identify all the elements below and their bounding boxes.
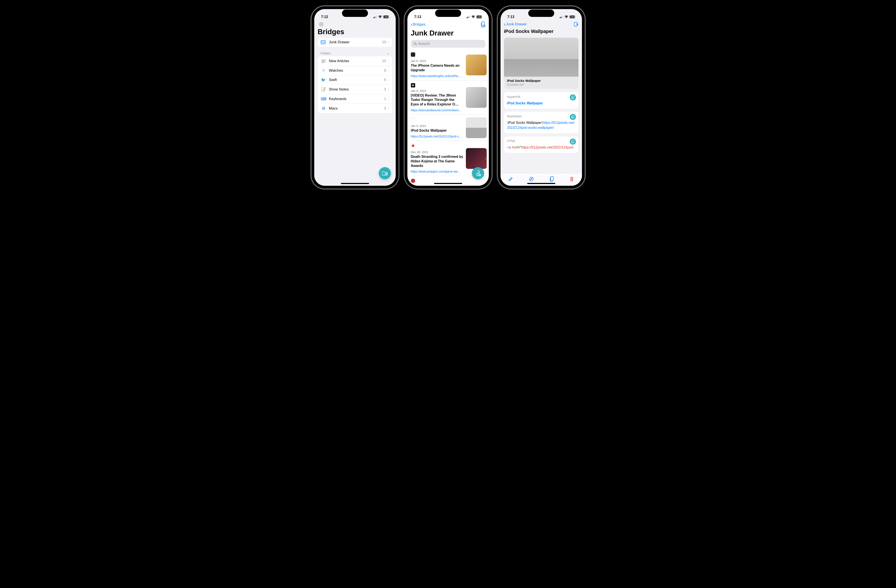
svg-point-4	[320, 23, 323, 26]
safari-button[interactable]	[529, 177, 534, 181]
search-input[interactable]: Search	[411, 40, 485, 48]
back-button[interactable]: ‹ Junk Drawer	[504, 22, 527, 27]
folder-count: 3	[384, 87, 386, 91]
markdown-block: Markdown [iPod Socks Wallpaper]https://5…	[504, 112, 579, 133]
copy-markdown-button[interactable]	[570, 114, 576, 120]
folder-row[interactable]: ⌚︎Watches8›	[318, 66, 392, 75]
phone-frame-3: 7:13 100 ‹ Junk Drawer iPod Socks Wallpa…	[498, 6, 585, 188]
battery-icon: 100	[383, 15, 389, 18]
status-icons: 100	[466, 15, 482, 18]
article-row[interactable]: Jan 4, 2023iPod Socks Wallpaperhttps://5…	[411, 115, 489, 141]
article-title: [VIDEO] Review: The 39mm Tudor Ranger Th…	[411, 93, 463, 107]
chevron-down-icon: ⌄	[387, 52, 389, 55]
copy-all-button[interactable]	[481, 22, 485, 27]
add-link-button[interactable]	[472, 167, 484, 179]
folder-row[interactable]: 📰New Articles10›	[318, 56, 392, 66]
folder-row[interactable]: 🖥Macs3›	[318, 104, 392, 113]
search-icon	[413, 42, 417, 46]
favicon	[411, 52, 415, 57]
articles-list: Jan 6, 2023The iPhone Camera Needs an Up…	[407, 50, 489, 186]
wifi-icon	[378, 15, 382, 18]
article-thumbnail	[466, 117, 487, 138]
home-indicator[interactable]	[341, 183, 369, 184]
hero-card[interactable]: iPod Socks Wallpaper 512pixels.net	[504, 38, 579, 89]
article-date: Jan 6, 2023	[411, 89, 463, 93]
folder-row[interactable]: 🐦Swift6›	[318, 75, 392, 85]
hyperlink-value[interactable]: iPod Socks Wallpaper	[507, 101, 576, 106]
folder-count: 3	[384, 106, 386, 111]
article-thumbnail	[466, 87, 487, 108]
page-title: iPod Socks Wallpaper	[501, 28, 582, 36]
status-icons: 100	[560, 15, 575, 18]
new-folder-button[interactable]	[379, 167, 391, 179]
open-externally-button[interactable]	[574, 22, 579, 27]
page-title: Junk Drawer	[407, 28, 489, 39]
hero-title: iPod Socks Wallpaper	[507, 79, 576, 82]
dynamic-island	[435, 9, 461, 17]
folder-label: Show Notes	[329, 87, 381, 91]
folder-label: Swift	[329, 78, 381, 82]
article-date: Jan 4, 2023	[411, 124, 463, 128]
wifi-icon	[471, 15, 475, 18]
chevron-right-icon: ›	[485, 156, 486, 160]
article-row[interactable]: Jan 6, 2023The iPhone Camera Needs an Up…	[411, 50, 489, 81]
dynamic-island	[528, 9, 554, 17]
svg-rect-8	[466, 17, 467, 18]
chevron-left-icon: ‹	[504, 22, 506, 27]
folder-label: New Articles	[329, 59, 379, 63]
svg-rect-17	[561, 17, 561, 18]
phone-frame-1: 7:12 100 Bridges J	[312, 6, 398, 188]
edit-button[interactable]	[508, 177, 513, 181]
article-url: https://www.polygon.com/game-aw…	[411, 170, 463, 173]
folder-icon: 📰	[321, 59, 326, 64]
chevron-right-icon: ›	[388, 97, 389, 101]
inbox-count: 10	[382, 40, 386, 44]
inbox-icon	[321, 40, 326, 44]
folder-icon: ⌨︎	[321, 97, 326, 101]
svg-rect-23	[572, 140, 574, 143]
html-value[interactable]: <a href="https://512pixels.net/2022/12/i…	[507, 145, 576, 150]
home-indicator[interactable]	[434, 183, 462, 184]
svg-rect-1	[375, 17, 375, 18]
cell-signal-icon	[560, 15, 563, 18]
svg-rect-18	[562, 16, 562, 18]
article-date: Jan 6, 2023	[411, 59, 463, 62]
article-row[interactable]: WJan 6, 2023[VIDEO] Review: The 39mm Tud…	[411, 81, 489, 115]
battery-icon: 100	[569, 15, 575, 18]
inbox-row[interactable]: Junk Drawer 10 ›	[318, 38, 392, 47]
chevron-right-icon: ›	[388, 59, 389, 63]
article-thumbnail	[466, 148, 487, 169]
inbox-label: Junk Drawer	[329, 40, 379, 44]
copy-html-button[interactable]	[570, 138, 576, 144]
article-url: https://wornandwound.com/review/v…	[411, 108, 463, 112]
favicon	[411, 144, 415, 148]
chevron-right-icon: ›	[485, 63, 486, 67]
status-icons: 100	[373, 15, 389, 18]
battery-icon: 100	[476, 15, 482, 18]
svg-rect-9	[468, 17, 468, 18]
chevron-right-icon: ›	[388, 40, 389, 44]
svg-rect-16	[560, 17, 560, 18]
phone-frame-2: 7:13 100 ‹ Bridges Junk Drawer Search Ja…	[405, 6, 491, 188]
folder-icon: 🐦	[321, 77, 326, 82]
home-indicator[interactable]	[527, 183, 555, 184]
trash-button[interactable]	[570, 177, 574, 181]
markdown-value[interactable]: [iPod Socks Wallpaper]https://512pixels.…	[507, 120, 576, 130]
folder-row[interactable]: ⌨︎Keyboards1›	[318, 94, 392, 104]
favicon	[411, 179, 415, 183]
copy-button[interactable]	[550, 176, 554, 182]
chevron-right-icon: ›	[485, 96, 486, 99]
folder-row[interactable]: 📝Show Notes3›	[318, 85, 392, 94]
cell-signal-icon	[466, 15, 470, 18]
nav-bar: ‹ Junk Drawer	[501, 20, 582, 28]
copy-hyperlink-button[interactable]	[570, 94, 576, 100]
svg-rect-10	[468, 16, 469, 18]
chevron-right-icon: ›	[388, 68, 389, 73]
folder-count: 6	[384, 78, 386, 82]
folders-header[interactable]: Folders ⌄	[314, 52, 396, 56]
settings-button[interactable]	[314, 20, 396, 27]
svg-rect-2	[375, 16, 376, 18]
back-button[interactable]: ‹ Bridges	[411, 22, 425, 27]
svg-rect-3	[376, 15, 377, 18]
folder-icon: 🖥	[321, 106, 326, 111]
